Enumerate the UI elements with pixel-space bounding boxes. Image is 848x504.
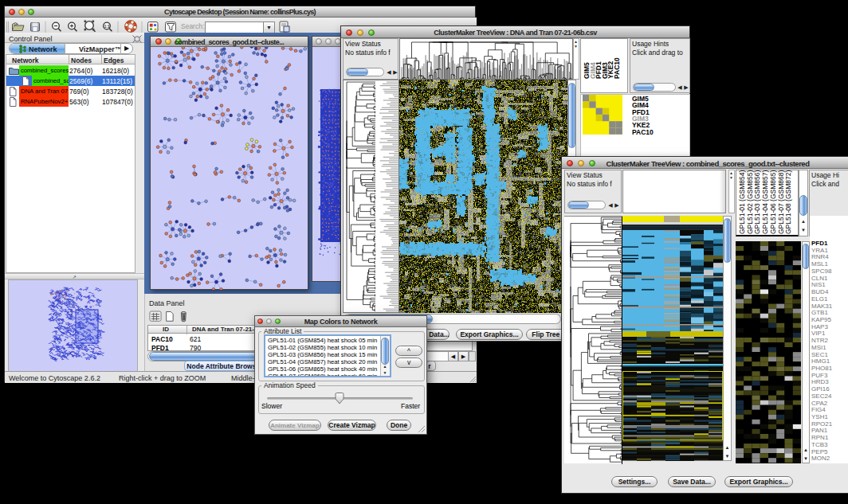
svg-text:1:1: 1:1 (104, 25, 110, 29)
svg-text:Search:: Search: (181, 22, 204, 30)
